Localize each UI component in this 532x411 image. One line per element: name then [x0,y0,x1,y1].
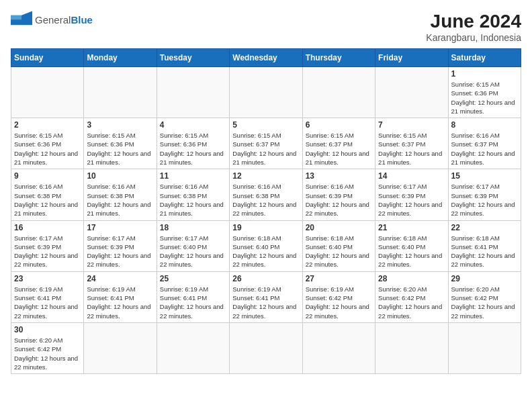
day-number: 26 [232,274,299,283]
day-number: 4 [160,120,226,130]
day-number: 2 [14,120,81,130]
calendar-day-cell: 26Sunrise: 6:19 AM Sunset: 6:41 PM Dayli… [230,271,302,322]
calendar-day-cell: 3Sunrise: 6:15 AM Sunset: 6:36 PM Daylig… [84,118,157,169]
day-number: 24 [87,274,153,283]
calendar-day-cell [375,322,448,373]
calendar-day-cell [157,322,229,373]
svg-marker-1 [21,11,32,25]
logo-text: GeneralBlue [35,14,93,26]
day-info: Sunrise: 6:15 AM Sunset: 6:36 PM Dayligh… [451,80,518,116]
day-info: Sunrise: 6:20 AM Sunset: 6:42 PM Dayligh… [14,336,81,371]
day-info: Sunrise: 6:19 AM Sunset: 6:41 PM Dayligh… [87,285,153,320]
day-info: Sunrise: 6:16 AM Sunset: 6:38 PM Dayligh… [87,182,153,218]
day-of-week-header: Wednesday [230,49,302,67]
day-number: 19 [232,223,299,232]
day-info: Sunrise: 6:19 AM Sunset: 6:41 PM Dayligh… [232,285,299,320]
calendar-day-cell: 10Sunrise: 6:16 AM Sunset: 6:38 PM Dayli… [84,169,157,220]
day-info: Sunrise: 6:16 AM Sunset: 6:39 PM Dayligh… [306,182,372,218]
calendar-day-cell: 9Sunrise: 6:16 AM Sunset: 6:38 PM Daylig… [11,169,84,220]
day-number: 21 [378,223,445,232]
calendar-day-cell: 29Sunrise: 6:20 AM Sunset: 6:42 PM Dayli… [448,271,521,322]
day-number: 28 [378,274,445,283]
day-of-week-header: Thursday [302,49,375,67]
day-number: 15 [451,171,518,181]
calendar-day-cell: 25Sunrise: 6:19 AM Sunset: 6:41 PM Dayli… [157,271,229,322]
calendar-day-cell: 20Sunrise: 6:18 AM Sunset: 6:40 PM Dayli… [302,220,375,271]
day-number: 23 [14,274,81,283]
day-info: Sunrise: 6:17 AM Sunset: 6:39 PM Dayligh… [451,182,518,218]
day-of-week-header: Monday [84,49,157,67]
day-number: 20 [306,223,372,232]
calendar-week-row: 1Sunrise: 6:15 AM Sunset: 6:36 PM Daylig… [11,67,521,118]
day-info: Sunrise: 6:17 AM Sunset: 6:39 PM Dayligh… [14,234,81,269]
calendar-week-row: 2Sunrise: 6:15 AM Sunset: 6:36 PM Daylig… [11,118,521,169]
calendar-day-cell: 30Sunrise: 6:20 AM Sunset: 6:42 PM Dayli… [11,322,84,373]
day-number: 6 [306,120,372,130]
calendar-day-cell [84,322,157,373]
calendar-day-cell: 17Sunrise: 6:17 AM Sunset: 6:39 PM Dayli… [84,220,157,271]
calendar-day-cell: 24Sunrise: 6:19 AM Sunset: 6:41 PM Dayli… [84,271,157,322]
day-of-week-header: Friday [375,49,448,67]
calendar-day-cell: 22Sunrise: 6:18 AM Sunset: 6:41 PM Dayli… [448,220,521,271]
calendar-day-cell: 2Sunrise: 6:15 AM Sunset: 6:36 PM Daylig… [11,118,84,169]
calendar-day-cell: 1Sunrise: 6:15 AM Sunset: 6:36 PM Daylig… [448,67,521,118]
day-info: Sunrise: 6:19 AM Sunset: 6:41 PM Dayligh… [160,285,226,320]
svg-rect-2 [11,15,21,19]
location-subtitle: Karangbaru, Indonesia [426,32,521,43]
day-number: 14 [378,171,445,181]
calendar-week-row: 9Sunrise: 6:16 AM Sunset: 6:38 PM Daylig… [11,169,521,220]
day-info: Sunrise: 6:15 AM Sunset: 6:36 PM Dayligh… [160,131,226,167]
day-number: 22 [451,223,518,232]
calendar-day-cell: 4Sunrise: 6:15 AM Sunset: 6:36 PM Daylig… [157,118,229,169]
day-info: Sunrise: 6:18 AM Sunset: 6:40 PM Dayligh… [232,234,299,269]
calendar-day-cell: 27Sunrise: 6:19 AM Sunset: 6:42 PM Dayli… [302,271,375,322]
title-block: June 2024 Karangbaru, Indonesia [426,11,521,43]
calendar-day-cell: 19Sunrise: 6:18 AM Sunset: 6:40 PM Dayli… [230,220,302,271]
calendar-day-cell [448,322,521,373]
calendar-day-cell [84,67,157,118]
calendar-day-cell [375,67,448,118]
day-info: Sunrise: 6:19 AM Sunset: 6:41 PM Dayligh… [14,285,81,320]
day-info: Sunrise: 6:18 AM Sunset: 6:41 PM Dayligh… [451,234,518,269]
calendar-week-row: 23Sunrise: 6:19 AM Sunset: 6:41 PM Dayli… [11,271,521,322]
calendar-day-cell [157,67,229,118]
calendar-day-cell: 7Sunrise: 6:15 AM Sunset: 6:37 PM Daylig… [375,118,448,169]
day-info: Sunrise: 6:16 AM Sunset: 6:38 PM Dayligh… [14,182,81,218]
logo-icon [11,11,32,30]
day-info: Sunrise: 6:20 AM Sunset: 6:42 PM Dayligh… [451,285,518,320]
calendar-day-cell [230,67,302,118]
calendar-header-row: SundayMondayTuesdayWednesdayThursdayFrid… [11,49,521,67]
calendar-day-cell [302,67,375,118]
calendar-table: SundayMondayTuesdayWednesdayThursdayFrid… [11,48,521,374]
day-number: 16 [14,223,81,232]
calendar-day-cell: 23Sunrise: 6:19 AM Sunset: 6:41 PM Dayli… [11,271,84,322]
calendar-day-cell: 28Sunrise: 6:20 AM Sunset: 6:42 PM Dayli… [375,271,448,322]
day-info: Sunrise: 6:20 AM Sunset: 6:42 PM Dayligh… [378,285,445,320]
day-number: 30 [14,325,81,334]
day-info: Sunrise: 6:17 AM Sunset: 6:39 PM Dayligh… [378,182,445,218]
day-number: 10 [87,171,153,181]
day-info: Sunrise: 6:15 AM Sunset: 6:37 PM Dayligh… [306,131,372,167]
day-info: Sunrise: 6:17 AM Sunset: 6:40 PM Dayligh… [160,234,226,269]
day-number: 9 [14,171,81,181]
calendar-day-cell: 8Sunrise: 6:16 AM Sunset: 6:37 PM Daylig… [448,118,521,169]
day-number: 29 [451,274,518,283]
page-header: GeneralBlue June 2024 Karangbaru, Indone… [11,11,521,43]
calendar-day-cell: 6Sunrise: 6:15 AM Sunset: 6:37 PM Daylig… [302,118,375,169]
day-number: 11 [160,171,226,181]
day-number: 17 [87,223,153,232]
day-number: 27 [306,274,372,283]
calendar-day-cell: 18Sunrise: 6:17 AM Sunset: 6:40 PM Dayli… [157,220,229,271]
day-info: Sunrise: 6:15 AM Sunset: 6:37 PM Dayligh… [378,131,445,167]
calendar-day-cell [230,322,302,373]
calendar-day-cell [11,67,84,118]
day-info: Sunrise: 6:15 AM Sunset: 6:36 PM Dayligh… [87,131,153,167]
day-info: Sunrise: 6:16 AM Sunset: 6:38 PM Dayligh… [160,182,226,218]
day-of-week-header: Saturday [448,49,521,67]
day-info: Sunrise: 6:17 AM Sunset: 6:39 PM Dayligh… [87,234,153,269]
day-of-week-header: Tuesday [157,49,229,67]
day-info: Sunrise: 6:19 AM Sunset: 6:42 PM Dayligh… [306,285,372,320]
calendar-day-cell: 15Sunrise: 6:17 AM Sunset: 6:39 PM Dayli… [448,169,521,220]
day-number: 18 [160,223,226,232]
day-info: Sunrise: 6:18 AM Sunset: 6:40 PM Dayligh… [378,234,445,269]
